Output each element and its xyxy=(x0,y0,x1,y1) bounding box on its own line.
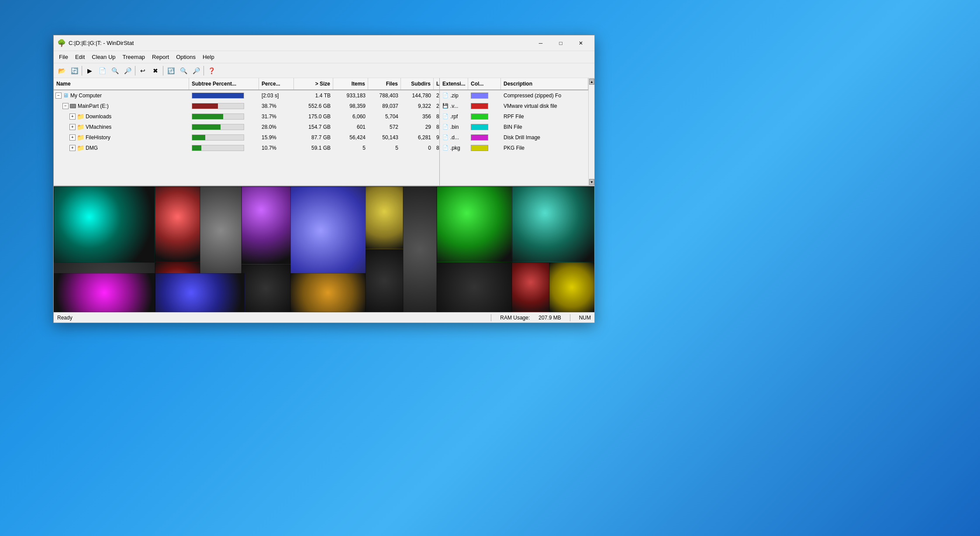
expand-filehistory[interactable]: + xyxy=(69,134,76,141)
progress-vmachines xyxy=(192,124,244,130)
menu-report[interactable]: Report xyxy=(148,52,173,62)
table-row[interactable]: + 📁 Downloads 31.7% 175.0 GB xyxy=(54,111,439,122)
minimize-button[interactable]: ─ xyxy=(531,37,551,50)
toolbar-refresh2[interactable]: 🔃 xyxy=(165,65,177,76)
menu-file[interactable]: File xyxy=(55,52,72,62)
table-row[interactable]: − MainPart (E:) 38.7% 552.6 GB xyxy=(54,101,439,111)
toolbar-play[interactable]: ▶ xyxy=(83,65,96,76)
color-swatch-bin xyxy=(471,124,488,130)
list-item[interactable]: 📄 .bin BIN File xyxy=(440,122,588,132)
header-size[interactable]: > Size xyxy=(294,78,333,89)
menu-options[interactable]: Options xyxy=(173,52,199,62)
ext-desc-v: VMware virtual disk file xyxy=(501,101,588,111)
treemap-block[interactable] xyxy=(155,273,245,312)
menu-cleanup[interactable]: Clean Up xyxy=(88,52,119,62)
ext-scrollbar[interactable]: ▲ ▼ xyxy=(588,78,594,186)
cell-subdirs-mycomputer: 144,780 xyxy=(401,90,434,100)
folder-icon-dmg: 📁 xyxy=(77,144,84,151)
toolbar-help[interactable]: ❓ xyxy=(205,65,217,76)
treemap-block[interactable] xyxy=(242,186,290,265)
treemap-block[interactable] xyxy=(155,186,200,262)
table-row[interactable]: + 📁 DMG 10.7% 59.1 GB xyxy=(54,143,439,153)
color-swatch-d xyxy=(471,134,488,141)
toolbar-find[interactable]: 🔍 xyxy=(109,65,121,76)
ext-desc-bin: BIN File xyxy=(501,122,588,132)
cell-subdirs-filehistory: 6,281 xyxy=(401,132,434,142)
ext-name-rpf: 📄 .rpf xyxy=(440,111,468,121)
ext-desc-zip: Compressed (zipped) Fo xyxy=(501,90,588,100)
treemap-block[interactable] xyxy=(290,273,366,312)
progress-fill-vmachines xyxy=(192,124,221,130)
cell-name-downloads: + 📁 Downloads xyxy=(54,111,189,121)
treemap-block[interactable] xyxy=(437,262,512,312)
header-name[interactable]: Name xyxy=(54,78,189,89)
treemap-block[interactable] xyxy=(366,249,403,312)
header-files[interactable]: Files xyxy=(368,78,401,89)
toolbar-zoom-out[interactable]: 🔎 xyxy=(190,65,202,76)
cell-subtree-downloads xyxy=(189,111,259,121)
header-subdirs[interactable]: Subdirs xyxy=(401,78,434,89)
scrollbar-up-arrow[interactable]: ▲ xyxy=(589,79,594,85)
list-item[interactable]: 📄 .rpf RPF File xyxy=(440,111,588,122)
header-perce[interactable]: Perce... xyxy=(259,78,294,89)
toolbar-zoom-in2[interactable]: 🔍 xyxy=(177,65,190,76)
expand-mycomputer[interactable]: − xyxy=(55,93,62,99)
list-item[interactable]: 💾 .v... VMware virtual disk file xyxy=(440,101,588,111)
treemap-block[interactable] xyxy=(54,273,155,312)
header-items[interactable]: Items xyxy=(333,78,368,89)
table-row[interactable]: + 📁 VMachines 28.0% 154.7 GB xyxy=(54,122,439,132)
treemap-block[interactable] xyxy=(242,265,290,312)
ext-desc-pkg: PKG File xyxy=(501,143,588,153)
header-subtree[interactable]: Subtree Percent... xyxy=(189,78,259,89)
cell-perce-filehistory: 15.9% xyxy=(259,132,294,142)
scrollbar-down-arrow[interactable]: ▼ xyxy=(589,179,594,185)
treemap-block[interactable] xyxy=(512,186,594,262)
cell-la-dmg: 8/ xyxy=(434,143,439,153)
scrollbar-track xyxy=(589,85,594,179)
toolbar-zoom-in[interactable]: 🔎 xyxy=(121,65,134,76)
treemap-block[interactable] xyxy=(549,262,594,312)
close-button[interactable]: ✕ xyxy=(571,37,591,50)
cell-size-vmachines: 154.7 GB xyxy=(294,122,333,132)
toolbar-delete[interactable]: ✖ xyxy=(149,65,162,76)
toolbar-copy[interactable]: 📄 xyxy=(96,65,108,76)
treemap-area[interactable] xyxy=(54,186,594,312)
cell-la-filehistory: 9/ xyxy=(434,132,439,142)
menu-edit[interactable]: Edit xyxy=(72,52,88,62)
list-item[interactable]: 📄 .zip Compressed (zipped) Fo xyxy=(440,90,588,101)
maximize-button[interactable]: □ xyxy=(551,37,571,50)
table-row[interactable]: − 🖥 My Computer [2:03 s] 1.4 TB xyxy=(54,90,439,101)
ext-header-name[interactable]: Extensi... xyxy=(440,78,468,89)
menu-treemap[interactable]: Treemap xyxy=(119,52,149,62)
ext-desc-rpf: RPF File xyxy=(501,111,588,121)
cell-perce-mainpart: 38.7% xyxy=(259,101,294,111)
toolbar-undo[interactable]: ↩ xyxy=(137,65,149,76)
menu-help[interactable]: Help xyxy=(199,52,218,62)
header-la[interactable]: La xyxy=(434,78,440,89)
status-text: Ready xyxy=(57,315,482,321)
cell-subtree-filehistory xyxy=(189,132,259,142)
ext-name-v: 💾 .v... xyxy=(440,101,468,111)
cell-subdirs-dmg: 0 xyxy=(401,143,434,153)
expand-vmachines[interactable]: + xyxy=(69,124,76,130)
expand-dmg[interactable]: + xyxy=(69,145,76,151)
treemap-block[interactable] xyxy=(437,186,512,262)
toolbar-open[interactable]: 📂 xyxy=(55,65,68,76)
toolbar-refresh[interactable]: 🔄 xyxy=(68,65,80,76)
treemap-block[interactable] xyxy=(512,262,549,312)
progress-downloads xyxy=(192,113,244,120)
list-item[interactable]: 📄 .d... Disk Drill Image xyxy=(440,132,588,143)
expand-mainpart[interactable]: − xyxy=(62,103,69,109)
expand-downloads[interactable]: + xyxy=(69,113,76,120)
file-panel: Name Subtree Percent... Perce... > Size … xyxy=(54,78,440,186)
ext-header-color[interactable]: Col... xyxy=(468,78,501,89)
treemap-block[interactable] xyxy=(54,186,155,262)
cell-perce-mycomputer: [2:03 s] xyxy=(259,90,294,100)
list-item[interactable]: 📄 .pkg PKG File xyxy=(440,143,588,153)
ext-header-desc[interactable]: Description xyxy=(501,78,588,89)
window-title: C:|D:|E:|G:|T: - WinDirStat xyxy=(69,40,531,46)
treemap-block[interactable] xyxy=(366,186,403,249)
color-swatch-v xyxy=(471,103,488,109)
table-row[interactable]: + 📁 FileHistory 15.9% 87.7 GB xyxy=(54,132,439,143)
treemap-block[interactable] xyxy=(403,186,437,312)
